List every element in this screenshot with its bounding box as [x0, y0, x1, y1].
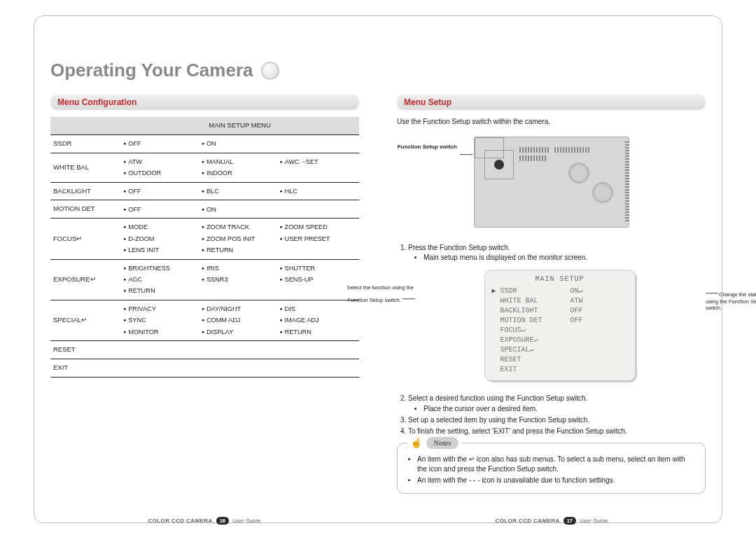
osd-row: WHITE BALATW [492, 296, 628, 306]
option: SHUTTER [279, 264, 356, 272]
option: AGC [123, 275, 200, 284]
option: MANUAL [202, 158, 279, 166]
table-row: BACKLIGHTOFFBLCHLC [50, 182, 359, 200]
osd-row: BACKLIGHTOFF [492, 306, 628, 316]
option: IMAGE ADJ [279, 316, 356, 324]
option: HLC [279, 187, 356, 195]
arrow-icon: ― [706, 285, 719, 299]
osd-menu: MAIN SETUP ▶SSDRON↵WHITE BALATWBACKLIGHT… [484, 270, 636, 382]
option: DAY/NIGHT [202, 305, 279, 313]
option: PRIVACY [123, 305, 200, 313]
osd-item-value: OFF [570, 316, 583, 326]
page-number-left: 16 [216, 517, 229, 525]
table-caption-col1 [50, 117, 120, 134]
osd-item-name: MOTION DET [500, 316, 570, 326]
note-2: An item with the - - - icon is unavailab… [417, 476, 696, 485]
option: OUTDOOR [123, 169, 200, 177]
function-switch-label: Function Setup switch [397, 137, 457, 151]
table-row: MOTION DETOFFON [50, 200, 359, 219]
step-2: Select a desired function using the Func… [408, 394, 706, 413]
osd-right-hint: ― Change the status using the Function S… [706, 285, 756, 312]
osd-row: MOTION DETOFF [492, 316, 628, 326]
option: ZOOM TRACK [202, 223, 279, 231]
option: D-ZOOM [123, 235, 200, 243]
option: RETURN [279, 328, 356, 336]
arrow-icon: ― [402, 291, 414, 305]
row-name: EXPOSURE↵ [50, 259, 120, 300]
hand-icon: ☝ [410, 436, 422, 450]
right-column: Menu Setup Use the Function Setup switch… [397, 95, 706, 512]
option: COMM ADJ [202, 316, 279, 324]
row-options [120, 359, 359, 377]
option: RETURN [123, 286, 200, 295]
row-options [120, 341, 359, 359]
notes-label: Notes [426, 437, 458, 449]
footer-guide: User Guide [580, 518, 608, 524]
osd-item-name: WHITE BAL [500, 296, 570, 306]
table-row: RESET [50, 341, 359, 359]
option: MODE [123, 223, 200, 231]
section-heading-left: Menu Configuration [50, 95, 359, 110]
step-3: Set up a selected item by using the Func… [408, 415, 706, 425]
option: SENS-UP [279, 275, 356, 284]
row-name: FOCUS↵ [50, 219, 120, 259]
row-options: PRIVACYDAY/NIGHTDISSYNCCOMM ADJIMAGE ADJ… [120, 300, 359, 340]
option: MONITOR [123, 328, 200, 336]
osd-item-name: EXPOSURE↵ [500, 335, 570, 345]
notes-badge: ☝ Notes [407, 436, 461, 450]
intro-text: Use the Function Setup switch within the… [397, 117, 706, 127]
footer-guide: User Guide [232, 518, 260, 524]
steps-list-bottom: Select a desired function using the Func… [397, 394, 706, 436]
step-1-text: Press the Function Setup switch. [408, 244, 510, 251]
steps-list-top: Press the Function Setup switch. Main se… [397, 243, 706, 263]
circuit-board-illustration [474, 137, 629, 228]
option: LENS INIT [123, 246, 200, 254]
osd-row: FOCUS↵ [492, 326, 628, 335]
row-name: SPECIAL↵ [50, 300, 120, 340]
osd-item-name: RESET [500, 355, 570, 365]
row-options: OFFBLCHLC [120, 182, 359, 200]
option: ZOOM POS INIT [202, 235, 279, 243]
page-title: Operating Your Camera [50, 60, 253, 81]
option: DISPLAY [202, 328, 279, 336]
table-row: EXPOSURE↵BRIGHTNESSIRISSHUTTERAGCSSNR3SE… [50, 259, 359, 300]
option: OFF [123, 205, 200, 214]
osd-row: EXIT [492, 365, 628, 375]
page: Operating Your Camera Menu Configuration… [0, 0, 756, 540]
step-2-text: Select a desired function using the Func… [408, 394, 587, 402]
option: BRIGHTNESS [123, 264, 200, 272]
row-name: RESET [50, 341, 120, 359]
osd-row: RESET [492, 355, 628, 365]
option: INDOOR [202, 169, 279, 177]
page-number-right: 17 [564, 517, 576, 525]
table-row: WHITE BALATWMANUALAWC→SETOUTDOORINDOOR [50, 153, 359, 182]
row-name: SSDR [50, 135, 120, 153]
table-row: SSDROFFON [50, 135, 359, 153]
osd-pointer-icon: ▶ [492, 286, 500, 296]
table-row: FOCUS↵MODEZOOM TRACKZOOM SPEEDD-ZOOMZOOM… [50, 219, 359, 259]
option: ON [202, 139, 279, 148]
step-1: Press the Function Setup switch. Main se… [408, 243, 706, 263]
footer-product: COLOR CCD CAMERA [148, 518, 213, 524]
option: ON [202, 205, 279, 214]
osd-item-value: ON↵ [570, 286, 583, 296]
row-options: BRIGHTNESSIRISSHUTTERAGCSSNR3SENS-UPRETU… [120, 259, 359, 300]
table-row: SPECIAL↵PRIVACYDAY/NIGHTDISSYNCCOMM ADJI… [50, 300, 359, 340]
step-4: To finish the setting, select 'EXIT' and… [408, 427, 706, 436]
option: OFF [123, 187, 200, 195]
osd-item-name: EXIT [500, 365, 570, 375]
footer-product: COLOR CCD CAMERA [496, 518, 560, 524]
option: BLC [202, 187, 279, 195]
option: ZOOM SPEED [279, 223, 356, 231]
osd-item-name: SPECIAL↵ [500, 345, 570, 355]
option: SYNC [123, 316, 200, 324]
row-name: EXIT [50, 359, 120, 377]
option: AWC→SET [279, 158, 356, 166]
row-name: MOTION DET [50, 200, 120, 219]
osd-item-name: BACKLIGHT [500, 306, 570, 316]
osd-item-value: ATW [570, 296, 583, 306]
section-heading-left-text: Menu Configuration [57, 97, 136, 107]
row-name: WHITE BAL [50, 153, 120, 182]
row-options: OFFON [120, 135, 359, 153]
left-column: Menu Configuration MAIN SETUP MENU SSDRO… [50, 95, 359, 512]
